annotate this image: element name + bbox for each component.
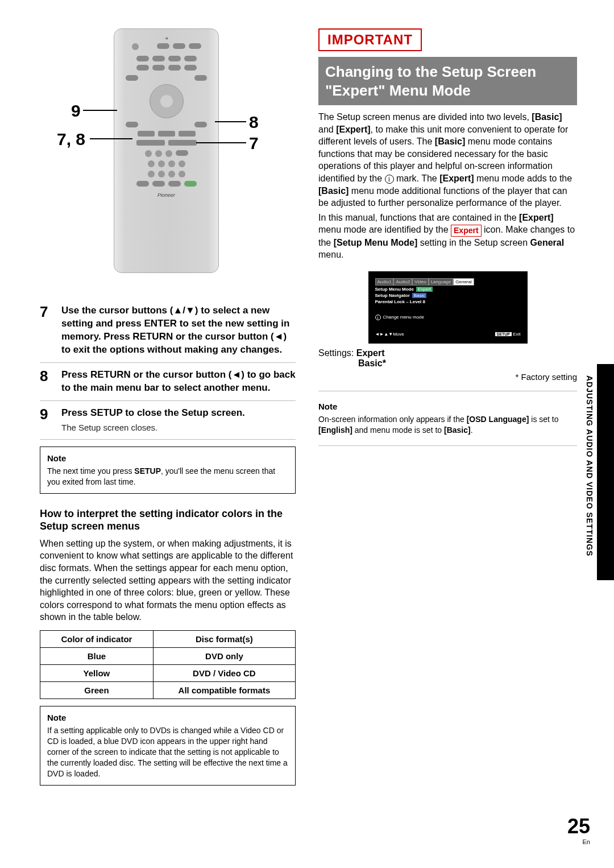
info-icon: i bbox=[375, 315, 381, 320]
callout-9: 9 bbox=[71, 101, 81, 121]
note-title: Note bbox=[47, 712, 288, 724]
step-8: 8 Press RETURN or the cursor button (◄) … bbox=[40, 369, 296, 395]
osd-footer: ◄►▲▼Move SETUP Exit bbox=[375, 332, 521, 337]
callout-7-8: 7, 8 bbox=[57, 130, 85, 149]
step-number: 7 bbox=[40, 304, 55, 357]
divider bbox=[318, 445, 577, 446]
note-text: If a setting applicable only to DVDs is … bbox=[47, 726, 288, 778]
expert-icon: Expert bbox=[451, 225, 482, 237]
osd-hint: i Change menu mode bbox=[375, 315, 521, 320]
callout-8: 8 bbox=[249, 113, 259, 132]
page-number: 25 En bbox=[567, 815, 590, 845]
right-para-1: The Setup screen menus are divided into … bbox=[318, 111, 577, 209]
section-heading: Changing to the Setup Screen "Expert" Me… bbox=[318, 57, 577, 105]
divider bbox=[318, 391, 577, 391]
setup-chip: SETUP bbox=[495, 332, 512, 336]
osd-tab-active: General bbox=[453, 278, 474, 286]
table-header: Disc format(s) bbox=[153, 631, 295, 648]
page-number-value: 25 bbox=[567, 815, 590, 838]
left-column: ⏻ Pioneer 9 7, 8 bbox=[40, 28, 296, 786]
page-language: En bbox=[567, 838, 590, 845]
divider bbox=[40, 362, 296, 363]
divider bbox=[40, 400, 296, 401]
step-text: Use the cursor buttons (▲/▼) to select a… bbox=[61, 305, 289, 355]
settings-line: Settings: Expert bbox=[318, 348, 577, 358]
step-text: Press SETUP to close the Setup screen. bbox=[61, 407, 245, 418]
step-9: 9 Press SETUP to close the Setup screen.… bbox=[40, 407, 296, 433]
step-number: 9 bbox=[40, 407, 55, 433]
note-title: Note bbox=[47, 453, 288, 464]
note-text: The next time you press bbox=[47, 466, 134, 476]
step-text: Press RETURN or the cursor button (◄) to… bbox=[61, 369, 296, 393]
settings-basic: Basic* bbox=[358, 358, 577, 369]
osd-tab: Audio1 bbox=[375, 278, 394, 286]
note-title: Note bbox=[318, 400, 577, 412]
interpret-para: When setting up the system, or when maki… bbox=[40, 538, 296, 623]
osd-row: Parental Lock – Level 8 bbox=[375, 299, 521, 304]
note-strong: SETUP bbox=[134, 466, 161, 476]
osd-tab: Language bbox=[429, 278, 454, 286]
note-box-2: Note If a setting applicable only to DVD… bbox=[40, 706, 296, 786]
callout-7: 7 bbox=[249, 134, 259, 153]
step-7: 7 Use the cursor buttons (▲/▼) to select… bbox=[40, 304, 296, 357]
note-3: Note On-screen information only appears … bbox=[318, 400, 577, 436]
osd-tabs: Audio1 Audio2 Video Language General bbox=[375, 278, 521, 286]
remote-illustration: ⏻ Pioneer 9 7, 8 bbox=[40, 28, 296, 284]
table-row: GreenAll compatible formats bbox=[40, 682, 296, 699]
remote-logo: Pioneer bbox=[120, 192, 213, 198]
table-row: YellowDVD / Video CD bbox=[40, 665, 296, 682]
side-section-label: ADJUSTING AUDIO AND VIDEO SETTINGS bbox=[585, 375, 594, 556]
remote-body: ⏻ Pioneer bbox=[114, 28, 219, 273]
step-subtext: The Setup screen closes. bbox=[61, 422, 245, 433]
table-header-row: Color of indicator Disc format(s) bbox=[40, 631, 296, 648]
osd-screenshot: Audio1 Audio2 Video Language General Set… bbox=[368, 271, 528, 344]
important-badge: IMPORTANT bbox=[318, 28, 422, 51]
format-table: Color of indicator Disc format(s) BlueDV… bbox=[40, 630, 296, 699]
arrows-icon: ◄►▲▼ bbox=[375, 332, 393, 337]
osd-row: Setup Navigator Basic bbox=[375, 293, 521, 298]
table-row: BlueDVD only bbox=[40, 648, 296, 665]
osd-tab: Video bbox=[412, 278, 428, 286]
page-content: ⏻ Pioneer 9 7, 8 bbox=[40, 28, 591, 786]
note-box-1: Note The next time you press SETUP, you'… bbox=[40, 447, 296, 494]
osd-row: Setup Menu Mode Expert bbox=[375, 287, 521, 292]
factory-note: * Factory setting bbox=[318, 372, 577, 382]
table-header: Color of indicator bbox=[40, 631, 154, 648]
right-para-2: In this manual, functions that are conta… bbox=[318, 212, 577, 261]
side-tab bbox=[597, 364, 614, 580]
info-icon: i bbox=[385, 175, 394, 184]
step-number: 8 bbox=[40, 369, 55, 395]
interpret-heading: How to interpret the setting indicator c… bbox=[40, 507, 296, 533]
divider bbox=[40, 439, 296, 440]
right-column: IMPORTANT Changing to the Setup Screen "… bbox=[318, 28, 577, 786]
osd-tab: Audio2 bbox=[393, 278, 412, 286]
